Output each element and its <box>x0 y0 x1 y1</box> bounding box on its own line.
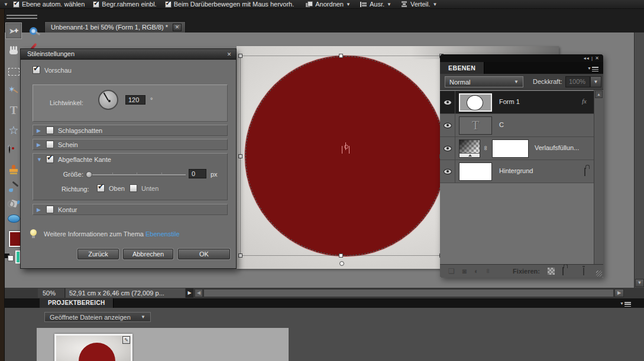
section-stroke[interactable]: ▶ Kontur <box>33 204 228 215</box>
ok-button[interactable]: OK <box>178 249 230 259</box>
project-bin-tab[interactable]: PROJEKTBEREICH <box>40 298 114 308</box>
layer-mask-thumbnail[interactable] <box>492 139 529 158</box>
panel-collapse-bar[interactable]: ◂◂ | ✕ <box>440 54 603 62</box>
toolbox-grip[interactable] <box>7 15 37 19</box>
resize-handle-n[interactable] <box>339 54 343 58</box>
checkbox-checked-icon[interactable]: ✔ <box>13 1 20 8</box>
arrange-button[interactable]: Anordnen ▼ <box>306 1 351 8</box>
layer-name[interactable]: Form 1 <box>499 98 520 105</box>
checkbox-unchecked-icon[interactable] <box>46 126 54 134</box>
disclosure-right-icon[interactable]: ▶ <box>37 142 42 148</box>
lock-all-icon[interactable] <box>562 268 564 275</box>
option-auto-select-layer[interactable]: ✔ Ebene autom. wählen <box>13 1 85 8</box>
size-input[interactable]: 0 <box>189 169 206 178</box>
swap-colors-icon[interactable] <box>4 251 14 260</box>
visibility-toggle[interactable] <box>440 160 455 183</box>
section-drop-shadow[interactable]: ▶ Schlagschatten <box>33 125 228 136</box>
cancel-button[interactable]: Abbrechen <box>123 249 173 259</box>
show-open-files-select[interactable]: Geöffnete Dateien anzeigen ▼ <box>44 312 151 322</box>
rotate-handle[interactable] <box>339 261 344 266</box>
checkbox-checked-icon[interactable]: ✔ <box>93 1 99 8</box>
checkbox-unchecked-icon[interactable] <box>46 141 54 148</box>
vertical-scrollbar[interactable]: ▼ <box>634 32 644 288</box>
layer-thumbnail[interactable] <box>459 93 492 112</box>
new-mask-icon[interactable]: ◙ <box>462 267 467 275</box>
shape-tool[interactable] <box>5 210 22 227</box>
disclosure-right-icon[interactable]: ▶ <box>37 128 42 134</box>
paint-bucket-tool[interactable] <box>5 195 22 212</box>
link-layers-icon[interactable]: ∞ <box>485 269 492 274</box>
document-size-field[interactable]: 52,91 cm x 26,46 cm (72,009 p... <box>66 288 185 298</box>
layer-row-form1[interactable]: Form 1 fx <box>440 91 594 114</box>
visibility-toggle[interactable] <box>440 114 455 136</box>
layer-name[interactable]: Verlaufsfüllun... <box>535 144 579 151</box>
opacity-dropdown-icon[interactable]: ▼ <box>590 76 601 87</box>
back-button[interactable]: Zurück <box>77 249 119 259</box>
options-overflow-icon[interactable]: ▼ <box>4 2 8 7</box>
layer-styles-link[interactable]: Ebenenstile <box>145 230 180 238</box>
checkbox-checked-icon[interactable]: ✔ <box>46 155 54 163</box>
resize-handle-nw[interactable] <box>238 54 242 58</box>
layer-row-gradient-fill[interactable]: ∞ Verlaufsfüllun... <box>440 137 594 160</box>
red-eye-removal-tool[interactable]: + <box>5 141 22 158</box>
clone-stamp-tool[interactable] <box>5 161 22 177</box>
close-tab-icon[interactable]: ✕ <box>173 24 182 31</box>
zoom-tool[interactable] <box>25 22 41 39</box>
dialog-title[interactable]: Stileinstellungen <box>21 49 236 60</box>
cookie-cutter-tool[interactable]: ☆ <box>5 122 22 138</box>
disclosure-down-icon[interactable]: ▼ <box>37 157 42 162</box>
panel-menu-icon[interactable]: ▼ <box>620 301 631 308</box>
direction-up-option[interactable]: ✔ Oben <box>97 184 125 192</box>
delete-layer-icon[interactable] <box>583 268 584 275</box>
resize-handle-w[interactable] <box>238 154 242 158</box>
scroll-up-icon[interactable]: ▲ <box>595 90 603 98</box>
magic-wand-tool[interactable]: ✶ <box>5 83 22 99</box>
disclosure-right-icon[interactable]: ▶ <box>37 207 42 213</box>
checkbox-checked-icon[interactable]: ✔ <box>165 1 171 8</box>
layer-thumbnail[interactable] <box>459 162 492 181</box>
hand-tool[interactable] <box>5 42 22 58</box>
layers-tab[interactable]: EBENEN <box>440 62 484 74</box>
checkbox-unchecked-icon[interactable] <box>130 184 137 192</box>
resize-handle-s[interactable] <box>339 253 343 258</box>
layer-name[interactable]: C <box>499 121 504 128</box>
panel-close-icon[interactable]: ✕ <box>595 56 600 61</box>
new-layer-icon[interactable]: ❏ <box>448 267 455 275</box>
distribute-button[interactable]: Verteil. ▼ <box>401 1 438 8</box>
layers-scrollbar[interactable]: ▲ <box>594 90 603 264</box>
scroll-down-icon[interactable]: ▼ <box>635 279 644 287</box>
direction-down-option[interactable]: Unten <box>130 184 158 192</box>
checkbox-checked-icon[interactable]: ✔ <box>33 66 40 74</box>
lock-transparency-icon[interactable] <box>548 268 555 275</box>
opacity-value[interactable]: 100% <box>565 76 590 87</box>
collapse-icon[interactable]: ◂◂ <box>584 56 590 61</box>
adjustment-layer-icon[interactable]: ◐ <box>474 267 478 275</box>
zoom-level-field[interactable]: 50% <box>38 288 65 298</box>
text-layer-thumbnail[interactable]: T <box>459 116 492 135</box>
size-slider[interactable] <box>88 174 186 175</box>
align-button[interactable]: Ausr. ▼ <box>360 1 391 8</box>
document-tab[interactable]: Unbenannt-1 bei 50% (Form 1, RGB/8) * ✕ <box>44 21 186 32</box>
scroll-right-icon[interactable]: ▶ <box>614 289 624 297</box>
brush-tool[interactable] <box>5 180 22 197</box>
scroll-left-icon[interactable]: ◀ <box>195 289 203 297</box>
panel-menu-icon[interactable]: ▼ <box>587 66 598 73</box>
layer-style-fx-icon[interactable]: fx <box>582 97 587 105</box>
option-show-bounding-box[interactable]: ✔ Begr.rahmen einbl. <box>93 1 156 8</box>
angle-dial[interactable] <box>98 90 118 110</box>
preview-option[interactable]: ✔ Vorschau <box>33 66 72 74</box>
section-glow[interactable]: ▶ Schein <box>33 139 228 150</box>
rectangular-marquee-tool[interactable] <box>5 63 22 80</box>
type-tool[interactable]: T <box>5 102 22 119</box>
dialog-close-icon[interactable]: ✕ <box>225 51 233 58</box>
checkbox-checked-icon[interactable]: ✔ <box>97 184 105 192</box>
status-expand-icon[interactable]: ▶ <box>186 288 193 298</box>
layer-row-text-c[interactable]: T C <box>440 114 594 137</box>
move-tool[interactable]: ➤✚ <box>5 22 22 39</box>
resize-handle-sw[interactable] <box>238 253 242 258</box>
visibility-toggle[interactable] <box>440 137 455 160</box>
layer-name[interactable]: Hintergrund <box>499 167 533 174</box>
option-highlight-on-rollover[interactable]: ✔ Beim Darüberbewegen mit Maus hervorh. <box>165 1 295 8</box>
angle-input[interactable]: 120 <box>125 95 145 105</box>
document-thumbnail[interactable]: ✎ <box>54 334 132 361</box>
